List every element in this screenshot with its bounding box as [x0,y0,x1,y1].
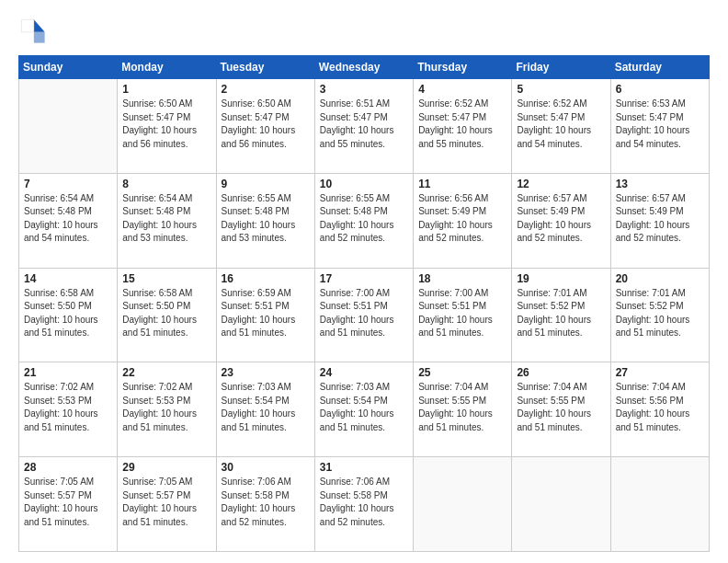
day-number: 9 [222,178,310,190]
calendar-cell: 31Sunrise: 7:06 AM Sunset: 5:58 PM Dayli… [314,457,413,552]
weekday-header-thursday: Thursday [414,56,512,79]
day-number: 28 [24,461,112,474]
cell-info: Sunrise: 7:06 AM Sunset: 5:58 PM Dayligh… [222,476,310,529]
day-number: 18 [418,272,506,285]
calendar-cell: 3Sunrise: 6:51 AM Sunset: 5:47 PM Daylig… [314,79,413,174]
calendar-cell: 21Sunrise: 7:02 AM Sunset: 5:53 PM Dayli… [19,362,118,457]
calendar-cell: 2Sunrise: 6:50 AM Sunset: 5:47 PM Daylig… [216,79,314,174]
weekday-header-row: SundayMondayTuesdayWednesdayThursdayFrid… [19,56,710,79]
calendar-cell: 18Sunrise: 7:00 AM Sunset: 5:51 PM Dayli… [414,268,512,362]
week-row-3: 14Sunrise: 6:58 AM Sunset: 5:50 PM Dayli… [19,268,710,362]
day-number: 2 [222,83,310,96]
logo-icon [18,17,48,46]
calendar-cell: 6Sunrise: 6:53 AM Sunset: 5:47 PM Daylig… [610,79,709,174]
day-number: 27 [616,366,704,379]
calendar-cell: 4Sunrise: 6:52 AM Sunset: 5:47 PM Daylig… [414,79,512,174]
calendar-cell: 30Sunrise: 7:06 AM Sunset: 5:58 PM Dayli… [216,457,314,552]
cell-info: Sunrise: 7:05 AM Sunset: 5:57 PM Dayligh… [24,476,112,529]
cell-info: Sunrise: 7:02 AM Sunset: 5:53 PM Dayligh… [122,381,210,434]
calendar-cell: 28Sunrise: 7:05 AM Sunset: 5:57 PM Dayli… [19,457,118,552]
day-number: 17 [320,272,408,285]
day-number: 25 [418,366,506,379]
day-number: 4 [418,83,506,96]
calendar-cell [512,457,610,552]
cell-info: Sunrise: 6:58 AM Sunset: 5:50 PM Dayligh… [24,287,112,340]
day-number: 14 [24,272,112,285]
week-row-5: 28Sunrise: 7:05 AM Sunset: 5:57 PM Dayli… [19,457,710,552]
weekday-header-monday: Monday [118,56,216,79]
day-number: 23 [222,366,310,379]
cell-info: Sunrise: 6:52 AM Sunset: 5:47 PM Dayligh… [418,98,506,151]
weekday-header-friday: Friday [512,56,610,79]
calendar-cell: 17Sunrise: 7:00 AM Sunset: 5:51 PM Dayli… [314,268,413,362]
cell-info: Sunrise: 7:05 AM Sunset: 5:57 PM Dayligh… [122,476,210,529]
calendar-cell: 22Sunrise: 7:02 AM Sunset: 5:53 PM Dayli… [118,362,216,457]
day-number: 6 [616,83,704,96]
calendar-cell [610,457,709,552]
cell-info: Sunrise: 6:50 AM Sunset: 5:47 PM Dayligh… [222,98,310,151]
cell-info: Sunrise: 6:58 AM Sunset: 5:50 PM Dayligh… [122,287,210,340]
cell-info: Sunrise: 6:56 AM Sunset: 5:49 PM Dayligh… [418,192,506,246]
cell-info: Sunrise: 6:54 AM Sunset: 5:48 PM Dayligh… [24,192,112,246]
day-number: 7 [24,178,112,190]
cell-info: Sunrise: 6:52 AM Sunset: 5:47 PM Dayligh… [517,98,605,151]
page: SundayMondayTuesdayWednesdayThursdayFrid… [0,0,728,563]
svg-marker-2 [21,19,33,31]
header [18,17,710,46]
week-row-1: 1Sunrise: 6:50 AM Sunset: 5:47 PM Daylig… [19,79,710,174]
cell-info: Sunrise: 6:55 AM Sunset: 5:48 PM Dayligh… [222,192,310,246]
day-number: 8 [122,178,210,190]
day-number: 12 [517,178,605,190]
weekday-header-wednesday: Wednesday [314,56,413,79]
calendar-cell: 10Sunrise: 6:55 AM Sunset: 5:48 PM Dayli… [314,173,413,268]
calendar-cell: 13Sunrise: 6:57 AM Sunset: 5:49 PM Dayli… [610,173,709,268]
calendar-cell: 24Sunrise: 7:03 AM Sunset: 5:54 PM Dayli… [314,362,413,457]
cell-info: Sunrise: 7:01 AM Sunset: 5:52 PM Dayligh… [616,287,704,340]
cell-info: Sunrise: 7:04 AM Sunset: 5:55 PM Dayligh… [418,381,506,434]
day-number: 3 [320,83,408,96]
day-number: 16 [222,272,310,285]
cell-info: Sunrise: 7:03 AM Sunset: 5:54 PM Dayligh… [222,381,310,434]
calendar-cell: 8Sunrise: 6:54 AM Sunset: 5:48 PM Daylig… [118,173,216,268]
week-row-4: 21Sunrise: 7:02 AM Sunset: 5:53 PM Dayli… [19,362,710,457]
cell-info: Sunrise: 6:59 AM Sunset: 5:51 PM Dayligh… [222,287,310,340]
cell-info: Sunrise: 7:02 AM Sunset: 5:53 PM Dayligh… [24,381,112,434]
weekday-header-tuesday: Tuesday [216,56,314,79]
weekday-header-saturday: Saturday [610,56,709,79]
svg-marker-1 [34,32,45,43]
day-number: 5 [517,83,605,96]
calendar-cell: 29Sunrise: 7:05 AM Sunset: 5:57 PM Dayli… [118,457,216,552]
svg-marker-0 [34,19,45,31]
calendar-cell: 11Sunrise: 6:56 AM Sunset: 5:49 PM Dayli… [414,173,512,268]
day-number: 19 [517,272,605,285]
cell-info: Sunrise: 6:54 AM Sunset: 5:48 PM Dayligh… [122,192,210,246]
day-number: 15 [122,272,210,285]
cell-info: Sunrise: 7:04 AM Sunset: 5:55 PM Dayligh… [517,381,605,434]
week-row-2: 7Sunrise: 6:54 AM Sunset: 5:48 PM Daylig… [19,173,710,268]
day-number: 11 [418,178,506,190]
logo [18,17,51,46]
calendar-cell: 23Sunrise: 7:03 AM Sunset: 5:54 PM Dayli… [216,362,314,457]
cell-info: Sunrise: 6:57 AM Sunset: 5:49 PM Dayligh… [616,192,704,246]
day-number: 20 [616,272,704,285]
day-number: 30 [222,461,310,474]
day-number: 24 [320,366,408,379]
day-number: 26 [517,366,605,379]
cell-info: Sunrise: 6:50 AM Sunset: 5:47 PM Dayligh… [122,98,210,151]
cell-info: Sunrise: 7:04 AM Sunset: 5:56 PM Dayligh… [616,381,704,434]
calendar-cell: 16Sunrise: 6:59 AM Sunset: 5:51 PM Dayli… [216,268,314,362]
calendar-cell [414,457,512,552]
cell-info: Sunrise: 7:00 AM Sunset: 5:51 PM Dayligh… [418,287,506,340]
day-number: 22 [122,366,210,379]
day-number: 29 [122,461,210,474]
calendar-cell: 7Sunrise: 6:54 AM Sunset: 5:48 PM Daylig… [19,173,118,268]
calendar-table: SundayMondayTuesdayWednesdayThursdayFrid… [18,55,710,552]
calendar-cell: 20Sunrise: 7:01 AM Sunset: 5:52 PM Dayli… [610,268,709,362]
calendar-cell: 12Sunrise: 6:57 AM Sunset: 5:49 PM Dayli… [512,173,610,268]
calendar-cell: 1Sunrise: 6:50 AM Sunset: 5:47 PM Daylig… [118,79,216,174]
cell-info: Sunrise: 7:03 AM Sunset: 5:54 PM Dayligh… [320,381,408,434]
calendar-cell: 9Sunrise: 6:55 AM Sunset: 5:48 PM Daylig… [216,173,314,268]
calendar-cell: 26Sunrise: 7:04 AM Sunset: 5:55 PM Dayli… [512,362,610,457]
cell-info: Sunrise: 6:57 AM Sunset: 5:49 PM Dayligh… [517,192,605,246]
calendar-cell [19,79,118,174]
